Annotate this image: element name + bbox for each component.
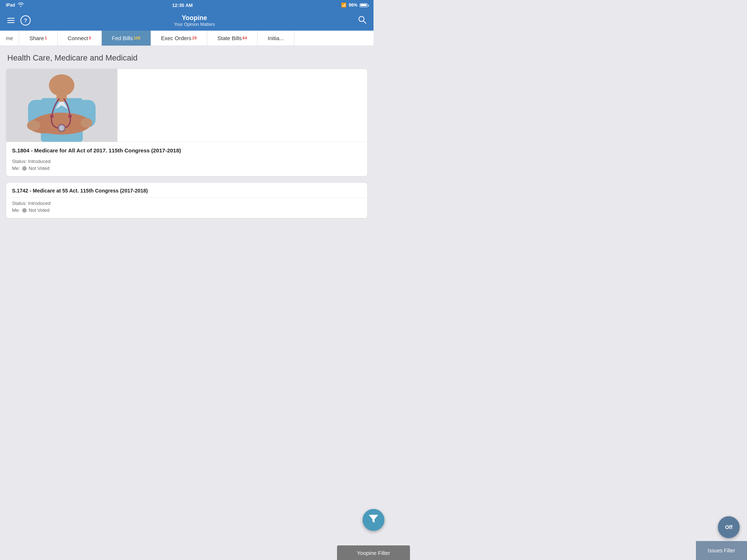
tab-fed-bills-badge: 158	[133, 36, 140, 40]
svg-point-16	[59, 126, 64, 130]
help-icon: ?	[24, 18, 27, 23]
main-content: Health Care, Medicare and Medicaid	[0, 46, 374, 265]
wifi-icon	[18, 3, 24, 8]
battery-icon	[360, 3, 368, 7]
tab-exec-orders[interactable]: Exec Orders29	[151, 31, 208, 46]
tab-connect-badge: 0	[89, 36, 91, 40]
bill-card-2-meta: Status: Introduced Me: Not Voted	[6, 198, 367, 218]
vote-dot-2	[22, 208, 27, 213]
tab-share[interactable]: Share1	[19, 31, 57, 46]
svg-line-1	[363, 21, 366, 23]
svg-point-14	[49, 74, 74, 96]
app-title: Yoopine	[174, 14, 215, 22]
menu-button[interactable]	[7, 18, 15, 23]
section-title: Health Care, Medicare and Medicaid	[6, 53, 368, 63]
bill-card-2-status: Status: Introduced	[12, 201, 361, 206]
header-center: Yoopine Your Opinion Matters	[174, 14, 215, 27]
tab-bar: me Share1 Connect0 Fed Bills158 Exec Ord…	[0, 31, 374, 46]
header-right	[358, 16, 366, 26]
bill-card-1-image	[6, 69, 117, 142]
tab-share-badge: 1	[44, 36, 47, 40]
search-button[interactable]	[358, 16, 366, 26]
time-display: 12:35 AM	[172, 3, 193, 8]
status-bar-right: 📶 96%	[341, 3, 368, 8]
svg-point-17	[50, 114, 54, 118]
bill-card-2[interactable]: S.1742 - Medicare at 55 Act. 115th Congr…	[6, 182, 368, 218]
status-bar: iPad 12:35 AM 📶 96%	[0, 0, 374, 10]
device-label: iPad	[6, 3, 15, 8]
bill-card-2-vote-label: Me:	[12, 207, 20, 213]
bluetooth-icon: 📶	[341, 3, 347, 8]
app-subtitle: Your Opinion Matters	[174, 22, 215, 27]
bill-card-1-vote-label: Me:	[12, 166, 20, 171]
tab-initiatives[interactable]: Initia...	[258, 31, 294, 46]
bill-card-1-title: S.1804 - Medicare for All Act of 2017. 1…	[6, 142, 367, 157]
tab-connect[interactable]: Connect0	[58, 31, 102, 46]
bill-card-2-vote-status: Not Voted	[29, 207, 50, 213]
tab-state-bills-badge: 64	[243, 36, 247, 40]
tab-state-bills[interactable]: State Bills64	[207, 31, 258, 46]
header: ? Yoopine Your Opinion Matters	[0, 10, 374, 31]
tab-fed-bills[interactable]: Fed Bills158	[102, 31, 151, 46]
svg-point-12	[81, 118, 92, 128]
status-bar-left: iPad	[6, 3, 24, 8]
bill-card-1-vote: Me: Not Voted	[12, 166, 361, 171]
help-button[interactable]: ?	[20, 15, 31, 26]
header-left: ?	[7, 15, 31, 26]
tab-home[interactable]: me	[0, 31, 19, 46]
svg-point-11	[27, 120, 40, 131]
bill-card-1-top	[6, 69, 367, 142]
bill-card-1-status: Status: Introduced	[12, 159, 361, 164]
vote-dot-1	[22, 166, 27, 171]
bill-card-1-meta: Status: Introduced Me: Not Voted	[6, 157, 367, 176]
bill-card-2-title: S.1742 - Medicare at 55 Act. 115th Congr…	[6, 183, 367, 198]
bill-card-1[interactable]: S.1804 - Medicare for All Act of 2017. 1…	[6, 69, 368, 176]
bill-card-2-vote: Me: Not Voted	[12, 207, 361, 213]
bill-card-1-vote-status: Not Voted	[29, 166, 50, 171]
tab-exec-orders-badge: 29	[192, 36, 197, 40]
battery-percent: 96%	[349, 3, 357, 8]
svg-point-18	[68, 114, 72, 118]
